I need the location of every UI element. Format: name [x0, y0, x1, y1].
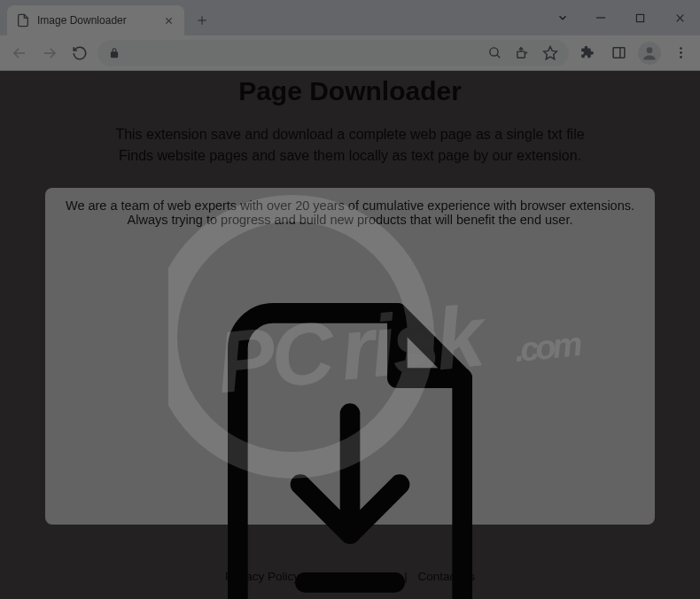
svg-rect-5	[636, 14, 643, 21]
close-window-button[interactable]	[660, 0, 700, 35]
svg-line-11	[497, 55, 500, 58]
separator: |	[404, 570, 408, 583]
close-tab-icon[interactable]	[161, 13, 175, 27]
menu-icon[interactable]	[668, 41, 693, 66]
separator: |	[310, 570, 314, 583]
page-content: Page Downloader This extension save and …	[0, 71, 700, 599]
page-title: Page Downloader	[238, 76, 462, 106]
info-card: We are a team of web experts with over 2…	[45, 188, 655, 525]
tab-search-icon[interactable]	[545, 0, 580, 35]
browser-tab[interactable]: Image Downloader	[7, 5, 184, 35]
svg-marker-13	[544, 46, 557, 58]
page-subtitle: This extension save and download a compl…	[115, 124, 584, 167]
contact-link[interactable]: Contact us	[418, 570, 476, 583]
browser-titlebar: Image Downloader	[0, 0, 700, 35]
browser-toolbar	[0, 35, 700, 71]
card-line: Always trying to progress and build new …	[63, 213, 637, 227]
page-favicon-icon	[16, 13, 30, 27]
svg-rect-12	[517, 51, 525, 58]
card-line: We are a team of web experts with over 2…	[63, 198, 637, 213]
svg-point-16	[647, 47, 653, 53]
extensions-icon[interactable]	[574, 41, 599, 66]
footer-links: Privacy Policy | Terms of Use | Contact …	[0, 570, 700, 583]
share-icon[interactable]	[515, 45, 530, 60]
new-tab-button[interactable]	[190, 8, 214, 33]
terms-link[interactable]: Terms of Use	[323, 570, 394, 583]
reload-button[interactable]	[67, 41, 92, 66]
tab-title: Image Downloader	[37, 14, 127, 27]
svg-point-19	[680, 56, 682, 58]
svg-point-17	[680, 47, 682, 50]
forward-button[interactable]	[37, 41, 62, 66]
svg-point-18	[680, 51, 682, 54]
maximize-button[interactable]	[620, 0, 660, 35]
svg-point-10	[490, 48, 498, 56]
bookmark-star-icon[interactable]	[542, 45, 558, 61]
profile-avatar[interactable]	[638, 42, 661, 65]
address-bar[interactable]	[97, 40, 569, 66]
window-controls	[545, 0, 700, 35]
subtitle-line: Finds website pages and save them locall…	[115, 145, 584, 167]
search-icon[interactable]	[487, 45, 502, 60]
sidepanel-icon[interactable]	[606, 41, 631, 66]
lock-icon	[108, 47, 121, 59]
minimize-button[interactable]	[580, 0, 620, 35]
back-button[interactable]	[7, 41, 32, 66]
svg-rect-14	[613, 48, 625, 58]
privacy-link[interactable]: Privacy Policy	[225, 570, 299, 583]
subtitle-line: This extension save and download a compl…	[115, 124, 584, 145]
